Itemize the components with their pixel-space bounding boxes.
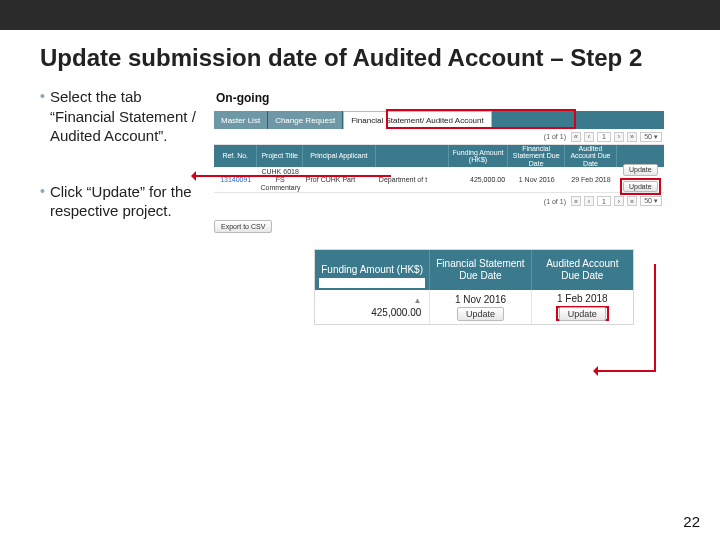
callout-arrow-to-tab [193,175,391,177]
grid-header: Ref. No. Project Title Principal Applica… [214,145,664,167]
pager-next-icon[interactable]: › [614,132,624,142]
slide-page-number: 22 [683,513,700,530]
slide-topbar [0,0,720,30]
grid-row: 13140091 CUHK 6018 FS Commentary Prof CU… [214,167,664,193]
pager-page-number[interactable]: 1 [597,132,611,142]
slide-title: Update submission date of Audited Accoun… [40,42,680,73]
col-department [376,145,449,167]
screenshot-zoom-columns: Funding Amount (HK$) Financial Statement… [314,249,634,325]
bullet-list: • Select the tab “Financial Statement / … [40,87,200,257]
aad-value: 1 Feb 2018 [557,293,608,304]
col2-funding-amount-label: Funding Amount (HK$) [321,264,423,276]
pager-last-icon[interactable]: » [627,196,637,206]
col2-aad: Audited Account Due Date [532,250,633,290]
pager-bottom: (1 of 1) « ‹ 1 › » 50 ▾ [214,193,664,209]
fsd-value: 1 Nov 2016 [455,294,506,305]
pager-prev-icon[interactable]: ‹ [584,132,594,142]
tab-master-list[interactable]: Master List [214,111,268,129]
update-button-fs[interactable]: Update [623,164,658,176]
grid2-header: Funding Amount (HK$) Financial Statement… [315,250,633,290]
cell2-funding-amount: ▲ 425,000.00 [315,290,430,324]
funding-amount-filter-input[interactable] [319,278,425,288]
tab-change-request[interactable]: Change Request [268,111,343,129]
cell-actions: Update Update [617,162,664,197]
update-button-aa[interactable]: Update [623,181,658,193]
funding-amount-value: 425,000.00 [371,307,421,318]
screenshot-tabbed-grid: On-going Master List Change Request Fina… [214,89,664,233]
pager-top: (1 of 1) « ‹ 1 › » 50 ▾ [214,129,664,145]
cell-fsd: 1 Nov 2016 [508,174,565,186]
export-csv-button[interactable]: Export to CSV [214,220,272,233]
tab-financial-statement-audited-account[interactable]: Financial Statement/ Audited Account [343,111,492,129]
cell-aad: 29 Feb 2018 [565,174,616,186]
callout-arrow-to-update [595,370,656,372]
cell2-fsd: 1 Nov 2016 Update [430,290,531,324]
pager-label: (1 of 1) [544,198,566,205]
col-funding-amount: Funding Amount (HK$) [449,145,508,167]
bullet-text: Click “Update” for the respective projec… [50,182,200,221]
update-button-aa-large[interactable]: Update [559,307,606,321]
bullet-dot-icon: • [40,87,45,146]
pager-page-number[interactable]: 1 [597,196,611,206]
col-project-title: Project Title [257,145,302,167]
col-aad: Audited Account Due Date [565,145,616,167]
pager-prev-icon[interactable]: ‹ [584,196,594,206]
pager-pagesize-select[interactable]: 50 ▾ [640,132,662,142]
highlight-box-update-large: Update [556,306,609,321]
sort-icon[interactable]: ▲ [413,296,421,305]
bullet-text: Select the tab “Financial Statement / Au… [50,87,200,146]
col-fsd: Financial Statement Due Date [508,145,565,167]
grid2-row: ▲ 425,000.00 1 Nov 2016 Update 1 Feb 201… [315,290,633,324]
bullet-item: • Click “Update” for the respective proj… [40,182,200,221]
pager-last-icon[interactable]: » [627,132,637,142]
col-ref-no: Ref. No. [214,145,257,167]
pager-pagesize-select[interactable]: 50 ▾ [640,196,662,206]
col2-fsd: Financial Statement Due Date [430,250,531,290]
col2-funding-amount: Funding Amount (HK$) [315,250,430,290]
bullet-item: • Select the tab “Financial Statement / … [40,87,200,146]
pager-first-icon[interactable]: « [571,132,581,142]
export-area: Export to CSV [214,215,664,233]
callout-arrow-vertical [654,264,656,370]
cell-funding-amount: 425,000.00 [449,174,508,186]
pager-next-icon[interactable]: › [614,196,624,206]
bullet-dot-icon: • [40,182,45,221]
highlight-box-update-small: Update [620,178,661,196]
tab-bar: Master List Change Request Financial Sta… [214,111,664,129]
cell2-aad: 1 Feb 2018 Update [532,290,633,324]
pager-first-icon[interactable]: « [571,196,581,206]
col-principal-applicant: Principal Applicant [303,145,376,167]
section-heading-ongoing: On-going [214,89,664,111]
update-button-fs-large[interactable]: Update [457,307,504,321]
cell-project-title: CUHK 6018 FS Commentary [257,166,302,193]
pager-label: (1 of 1) [544,133,566,140]
